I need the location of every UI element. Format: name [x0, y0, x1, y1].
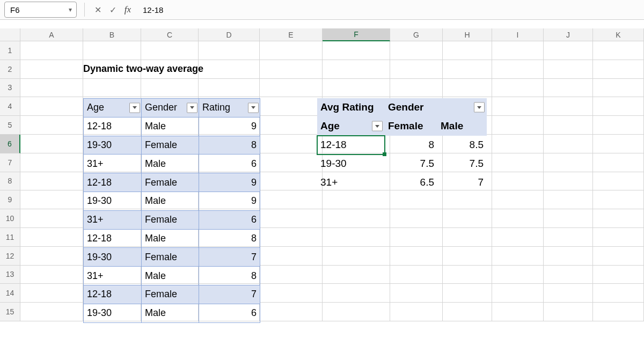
row-header[interactable]: 11: [0, 228, 20, 247]
pivot-corner-label: Avg Rating: [317, 98, 385, 117]
row-header[interactable]: 6: [0, 135, 20, 153]
table-column-header[interactable]: Gender: [142, 99, 199, 117]
table-row: 12-18Female9: [84, 173, 260, 192]
table-row: 12-18Male9: [84, 117, 260, 136]
pivot-value[interactable]: 7.5: [437, 155, 487, 173]
column-header[interactable]: I: [492, 28, 544, 41]
row-header[interactable]: 2: [0, 60, 20, 79]
column-header[interactable]: A: [20, 28, 83, 41]
column-header[interactable]: B: [83, 28, 141, 41]
svg-marker-0: [133, 106, 137, 109]
row-headers-column: 123456789101112131415: [0, 41, 20, 321]
table-row: 19-30Male6: [84, 304, 260, 322]
pivot-value[interactable]: 8.5: [437, 136, 487, 155]
row-header[interactable]: 14: [0, 284, 20, 303]
pivot-row-label[interactable]: 12-18: [317, 136, 385, 155]
table-row: 31+Male6: [84, 155, 260, 173]
spacer: [0, 20, 644, 28]
row-header[interactable]: 10: [0, 209, 20, 228]
svg-marker-4: [375, 125, 379, 128]
cancel-formula-button[interactable]: ✕: [90, 2, 105, 17]
pivot-value[interactable]: 8: [385, 136, 437, 155]
svg-marker-1: [190, 106, 194, 109]
column-header[interactable]: J: [544, 28, 593, 41]
pivot-col-header: Male: [437, 117, 487, 136]
row-header[interactable]: 5: [0, 116, 20, 135]
filter-icon[interactable]: [372, 121, 383, 131]
pivot-value[interactable]: 7: [437, 173, 487, 192]
row-header[interactable]: 1: [0, 41, 20, 60]
column-header[interactable]: E: [260, 28, 323, 41]
pivot-row-label[interactable]: 31+: [317, 173, 385, 192]
column-header[interactable]: G: [390, 28, 443, 41]
column-header[interactable]: C: [141, 28, 199, 41]
workbook-view: F6 ▾ ✕ ✓ fx ABCDEFGHIJK 1234567891011121…: [0, 0, 644, 338]
column-headers-row: ABCDEFGHIJK: [0, 28, 644, 41]
filter-icon[interactable]: [129, 102, 140, 113]
table-row: 19-30Female7: [84, 248, 260, 267]
cells-area[interactable]: Dynamic two-way average AgeGenderRating1…: [20, 41, 644, 321]
enter-formula-button[interactable]: ✓: [105, 2, 120, 17]
x-icon: ✕: [94, 5, 101, 15]
page-title: Dynamic two-way average: [83, 63, 203, 75]
filter-icon[interactable]: [187, 102, 197, 113]
table-row: 12-18Male8: [84, 229, 260, 248]
pivot-value[interactable]: 6.5: [385, 173, 437, 192]
table-row: 31+Female6: [84, 210, 260, 229]
row-header[interactable]: 4: [0, 97, 20, 116]
check-icon: ✓: [109, 5, 116, 15]
name-box-value: F6: [10, 5, 20, 14]
svg-marker-3: [477, 106, 481, 109]
insert-function-button[interactable]: fx: [120, 2, 135, 17]
row-header[interactable]: 9: [0, 190, 20, 209]
divider: [84, 3, 85, 17]
filter-icon[interactable]: [474, 102, 485, 113]
column-header[interactable]: F: [323, 28, 390, 41]
svg-marker-2: [251, 106, 255, 109]
pivot-row-label[interactable]: 19-30: [317, 155, 385, 173]
table-row: 19-30Male9: [84, 192, 260, 210]
pivot-col-header: Female: [385, 117, 437, 136]
table-column-header[interactable]: Age: [84, 99, 142, 117]
select-all-corner[interactable]: [0, 28, 20, 41]
column-header[interactable]: D: [199, 28, 260, 41]
filter-icon[interactable]: [248, 102, 259, 113]
column-header[interactable]: K: [593, 28, 644, 41]
row-header[interactable]: 8: [0, 172, 20, 191]
name-box[interactable]: F6 ▾: [4, 2, 77, 18]
spreadsheet-grid: ABCDEFGHIJK 123456789101112131415 Dynami…: [0, 28, 644, 321]
row-header[interactable]: 12: [0, 247, 20, 266]
table-column-header[interactable]: Rating: [199, 99, 260, 117]
pivot-value[interactable]: 7.5: [385, 155, 437, 173]
formula-bar: F6 ▾ ✕ ✓ fx: [0, 0, 644, 20]
row-header[interactable]: 7: [0, 153, 20, 172]
pivot-row-field[interactable]: Age: [317, 117, 385, 136]
table-row: 19-30Female8: [84, 136, 260, 155]
formula-input[interactable]: [135, 1, 644, 18]
row-header[interactable]: 15: [0, 303, 20, 321]
table-row: 12-18Female7: [84, 285, 260, 304]
fx-icon: fx: [125, 4, 131, 15]
row-header[interactable]: 13: [0, 266, 20, 284]
row-header[interactable]: 3: [0, 79, 20, 98]
chevron-down-icon: ▾: [69, 6, 72, 13]
column-header[interactable]: H: [443, 28, 492, 41]
pivot-col-field[interactable]: Gender: [385, 98, 487, 117]
table-row: 31+Male8: [84, 267, 260, 285]
data-table: AgeGenderRating12-18Male919-30Female831+…: [83, 98, 260, 323]
